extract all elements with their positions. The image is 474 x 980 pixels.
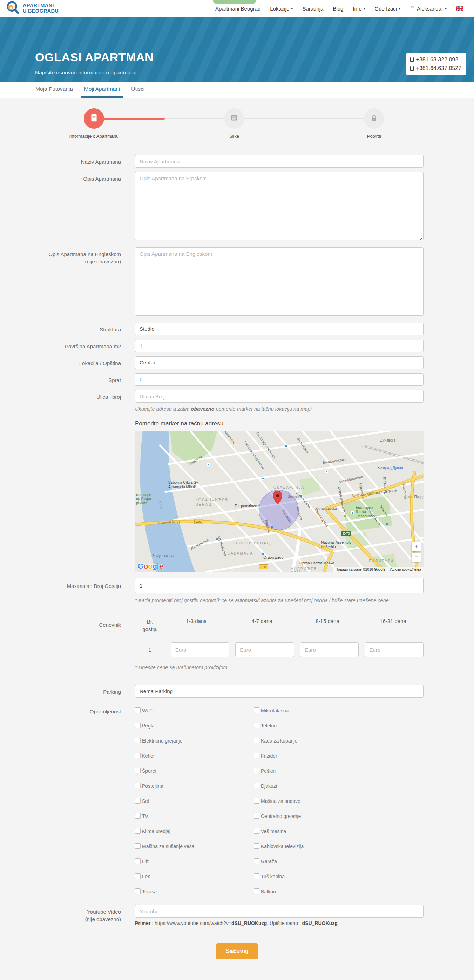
amenity-garaza: Garaža — [254, 858, 422, 873]
checkbox-peskiri[interactable] — [254, 768, 260, 773]
amenity-fen: Fen — [135, 873, 254, 888]
lokacija-select[interactable]: Centar — [135, 356, 423, 369]
nav-item-gde-izaci[interactable]: Gde Izaći▾ — [375, 6, 400, 11]
amenity-label: TV — [142, 813, 148, 819]
sprat-select[interactable]: 0 — [135, 373, 423, 386]
tab-utisci[interactable]: Utisci — [128, 82, 147, 97]
amenity-pegla: Pegla — [135, 722, 254, 738]
checkbox-djakuzi[interactable] — [254, 783, 260, 789]
checkbox-telefon[interactable] — [254, 722, 260, 728]
nav-item-blog[interactable]: Blog — [333, 6, 343, 11]
nav-item-label: Saradnja — [302, 6, 323, 11]
amenity-label: Telefon — [261, 723, 277, 729]
checkbox-kablovska-televizija[interactable] — [254, 843, 260, 849]
nav-user-menu[interactable]: Aleksandar▾ — [410, 5, 447, 11]
map-zoom-in-button[interactable]: + — [412, 542, 421, 551]
nav-item-lokacije[interactable]: Lokacije▾ — [270, 6, 293, 11]
tab-moja-putovanja[interactable]: Moja Putovanja — [32, 82, 76, 97]
page-title: OGLASI APARTMAN — [35, 51, 154, 64]
parking-select[interactable]: Nema Parking — [135, 685, 423, 698]
amenity-label: Djakuzi — [261, 783, 277, 789]
amenity-label: Šporet — [142, 768, 156, 774]
map-label: Земунски пут — [152, 554, 174, 558]
price-input-1[interactable] — [171, 642, 230, 657]
checkbox-balkon[interactable] — [254, 888, 260, 894]
phone-number-2[interactable]: +381.64.637.0527 — [410, 65, 461, 72]
step-circle-1[interactable] — [84, 108, 104, 129]
nav-item-apartmani-beograd[interactable]: Apartmani Beograd — [215, 6, 260, 11]
checkbox-masina-za-susenje-vesa[interactable] — [135, 843, 141, 849]
checkbox-posteljina[interactable] — [135, 783, 141, 789]
language-switcher[interactable] — [456, 6, 463, 11]
map-attribution: Подаци са мапе ©2016 Google Услови кориш… — [333, 567, 423, 572]
route-badge: 100 — [194, 519, 203, 524]
checkbox-tv[interactable] — [135, 813, 141, 819]
checkbox-sporet[interactable] — [135, 768, 141, 773]
transit-stop-icon — [351, 511, 354, 514]
uk-flag-icon — [456, 6, 463, 11]
naziv-input[interactable] — [135, 155, 423, 168]
amenity-label: Balkon — [261, 889, 276, 894]
step-circle-2[interactable] — [224, 108, 244, 129]
cenovnik-price-cell — [300, 642, 359, 657]
amenity-label: Mašina za sudove — [261, 798, 300, 804]
step-circle-3[interactable] — [364, 108, 384, 129]
map-zoom-out-button[interactable]: − — [412, 553, 421, 562]
nav-item-info[interactable]: Info▾ — [353, 6, 365, 11]
cenovnik-guests-header: Br. gostiju — [140, 618, 160, 633]
lokacija-label: Lokacija / Opština — [28, 356, 135, 367]
google-map[interactable]: + − Google Подаци са мапе ©2016 Google У… — [135, 431, 423, 572]
checkbox-klima-uredjaj[interactable] — [135, 828, 141, 834]
checkbox-fen[interactable] — [135, 873, 141, 879]
youtube-input[interactable] — [135, 905, 423, 918]
map-terms-link[interactable]: Услови коришћења — [390, 568, 421, 571]
site-logo[interactable]: APARTMANIU BEOGRADU — [6, 1, 59, 16]
checkbox-masina-za-sudove[interactable] — [254, 798, 260, 803]
checkbox-sef[interactable] — [135, 798, 141, 803]
amenity-frizider: Frižider — [254, 753, 422, 768]
step-label: Informacije o Apartmanu — [66, 133, 122, 140]
images-icon — [230, 113, 239, 124]
checkbox-garaza[interactable] — [254, 858, 260, 864]
checkbox-elektricno-grejanje[interactable] — [135, 738, 141, 743]
max-gostiju-input[interactable] — [135, 578, 423, 593]
checkbox-pegla[interactable] — [135, 722, 141, 728]
price-input-4[interactable] — [365, 642, 423, 657]
cenovnik-price-cell — [235, 642, 294, 657]
checkbox-terasa[interactable] — [135, 888, 141, 894]
checkbox-lift[interactable] — [135, 858, 141, 864]
phone-number-1[interactable]: +381.63.322.092 — [410, 56, 461, 63]
user-icon — [410, 5, 415, 11]
checkbox-tus-kabina[interactable] — [254, 873, 260, 879]
opis-en-textarea[interactable] — [135, 247, 423, 316]
checkbox-wi-fi[interactable] — [135, 708, 141, 713]
map-marker[interactable] — [273, 491, 282, 506]
youtube-help-text: Primer : https://www.youtube.com/watch?v… — [135, 920, 423, 926]
checkbox-mikrotalasna[interactable] — [254, 708, 260, 713]
amenity-masina-za-sudove: Mašina za sudove — [254, 798, 422, 813]
checkbox-centralno-grejanje[interactable] — [254, 813, 260, 819]
price-input-3[interactable] — [300, 642, 359, 657]
cenovnik-column-header: 4-7 dana — [232, 618, 292, 624]
save-button[interactable]: Sačuvaj — [216, 943, 258, 959]
tab-moji-apartmani[interactable]: Moji Apartmani — [81, 82, 124, 97]
amenity-label: Kada za kupanje — [261, 738, 297, 744]
opis-en-label: Opis Apartmana na Engleskom(nije obavezn… — [28, 247, 135, 265]
opis-textarea[interactable] — [135, 172, 423, 240]
povrsina-input[interactable] — [135, 339, 423, 352]
map-label: Црква Светог Марка — [300, 561, 334, 565]
sprat-label: Sprat — [28, 373, 135, 384]
checkbox-frizider[interactable] — [254, 753, 260, 758]
price-input-2[interactable] — [235, 642, 294, 657]
checkbox-ves-masina[interactable] — [254, 828, 260, 834]
checkbox-kada-za-kupanje[interactable] — [254, 738, 260, 743]
checkbox-ketler[interactable] — [135, 753, 141, 758]
transit-stop-icon — [262, 552, 264, 555]
amenity-djakuzi: Djakuzi — [254, 783, 422, 798]
chevron-down-icon: ▾ — [291, 7, 293, 11]
ulica-input[interactable] — [135, 390, 423, 402]
nav-item-saradnja[interactable]: Saradnja — [302, 6, 323, 11]
amenity-posteljina: Posteljina — [135, 783, 254, 798]
phone-number-text: +381.63.322.092 — [416, 56, 458, 63]
struktura-select[interactable]: Studio — [135, 323, 423, 335]
